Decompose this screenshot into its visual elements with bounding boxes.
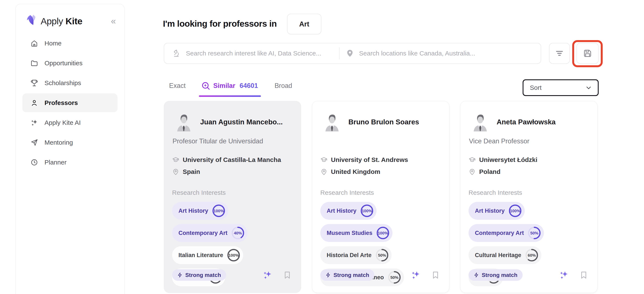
sort-dropdown[interactable]: Sort [522, 79, 599, 96]
graduation-cap-icon [468, 156, 476, 164]
bookmark-button[interactable] [580, 271, 588, 279]
interest-chip: Museum Studies100% [320, 224, 392, 242]
sidebar-item-apply-kite-ai[interactable]: Apply Kite AI [22, 113, 118, 132]
card-footer: Strong match [320, 269, 440, 281]
match-percent-ring: 100% [360, 204, 374, 218]
strong-match-label: Strong match [334, 272, 369, 278]
lightning-bolt-icon [326, 272, 331, 278]
interest-chip: Contemporary Art40% [172, 224, 248, 242]
svg-text:60%: 60% [528, 253, 536, 257]
country-name: United Kingdom [331, 168, 380, 175]
match-percent-ring: 100% [376, 226, 390, 240]
svg-text:50%: 50% [530, 231, 538, 235]
match-percent-ring: 100% [508, 204, 522, 218]
sparkles-icon [30, 119, 38, 126]
save-search-button[interactable] [576, 43, 599, 64]
card-footer: Strong match [468, 269, 588, 281]
professor-avatar [175, 112, 192, 132]
match-percent-ring: 60% [525, 248, 539, 262]
microscope-icon [172, 49, 180, 57]
professor-card-header: Bruno Brulon Soares [323, 112, 441, 132]
interest-chip-label: Contemporary Art [178, 230, 228, 236]
strong-match-label: Strong match [185, 272, 221, 278]
interest-chip: Art History100% [468, 202, 525, 220]
sidebar: Apply Kite « HomeOpportunitiesScholarshi… [15, 4, 124, 294]
applykite-logo-icon [25, 14, 38, 28]
professor-avatar [472, 112, 489, 132]
university-name: Uniwersytet Łódzki [479, 156, 537, 164]
app-root: { "colors": { "accent_purple": "#6c5ce7"… [0, 0, 644, 294]
tab-similar-label: Similar [214, 82, 235, 90]
sidebar-collapse-icon[interactable]: « [111, 17, 116, 26]
card-footer: Strong match [172, 269, 292, 281]
interest-chip-label: Historia Del Arte [327, 252, 372, 259]
interest-chip: Art History100% [172, 202, 228, 220]
tab-similar[interactable]: Similar 64601 [201, 81, 258, 90]
tab-exact[interactable]: Exact [169, 82, 186, 90]
professor-card-header: Aneta Pawłowska [472, 112, 589, 132]
professor-card[interactable]: Aneta PawłowskaVice Dean ProfessorUniwer… [460, 101, 598, 293]
university-row: University of St. Andrews [320, 156, 441, 164]
location-pin-icon [172, 168, 179, 175]
professor-card[interactable]: Juan Agustin Mancebo...Profesor Titular … [164, 101, 301, 293]
interest-chip-label: Art History [475, 208, 505, 214]
result-tabs: Exact Similar 64601 Broad [169, 80, 292, 91]
strong-match-badge: Strong match [172, 269, 226, 281]
professor-job-title: Profesor Titular de Universidad [172, 137, 293, 146]
match-percent-ring: 100% [226, 248, 241, 262]
search-bar [164, 43, 541, 64]
search-location-input[interactable] [354, 50, 541, 57]
tab-similar-count: 64601 [240, 82, 258, 90]
page-title: I'm looking for professors in [163, 19, 277, 29]
interest-chip-label: Italian Literature [178, 252, 223, 259]
search-interest-input[interactable] [180, 50, 339, 57]
professor-card-header: Juan Agustin Mancebo... [175, 112, 293, 132]
ai-sparkles-button[interactable] [262, 270, 272, 280]
research-interests-label: Research Interests [172, 189, 293, 196]
ai-sparkles-button[interactable] [411, 270, 420, 280]
lightning-bolt-icon [177, 272, 183, 278]
filter-button[interactable] [549, 43, 570, 64]
strong-match-label: Strong match [482, 272, 518, 278]
research-interests-label: Research Interests [468, 189, 589, 196]
professor-job-title: Vice Dean Professor [469, 137, 589, 146]
send-icon [30, 139, 38, 146]
professor-card[interactable]: Bruno Brulon SoaresUniversity of St. And… [312, 101, 449, 293]
graduation-cap-icon [172, 156, 179, 164]
professor-name: Juan Agustin Mancebo... [200, 118, 282, 126]
university-name: University of Castilla-La Mancha [183, 156, 281, 164]
interest-chip-label: Art History [178, 208, 208, 214]
tab-broad[interactable]: Broad [274, 82, 292, 90]
sidebar-item-home[interactable]: Home [22, 34, 118, 53]
field-art-button[interactable]: Art [287, 14, 321, 34]
sidebar-item-label: Professors [44, 99, 78, 106]
ai-sparkles-button[interactable] [559, 270, 569, 280]
sidebar-item-opportunities[interactable]: Opportunities [22, 54, 118, 73]
university-name: University of St. Andrews [331, 156, 408, 164]
bookmark-button[interactable] [431, 271, 440, 279]
sidebar-item-label: Scholarships [44, 79, 81, 87]
strong-match-badge: Strong match [468, 269, 522, 281]
interest-chip: Cultural Heritage60% [468, 246, 541, 264]
bookmark-button[interactable] [283, 271, 292, 279]
interest-chip-label: Contemporary Art [475, 230, 524, 236]
svg-text:100%: 100% [228, 253, 239, 257]
sidebar-item-professors[interactable]: Professors [22, 93, 118, 112]
professor-job-title [321, 137, 441, 146]
svg-text:100%: 100% [378, 231, 388, 235]
sidebar-item-mentoring[interactable]: Mentoring [22, 133, 118, 152]
sidebar-item-scholarships[interactable]: Scholarships [22, 74, 118, 92]
svg-text:50%: 50% [378, 253, 386, 257]
location-pin-icon [468, 168, 476, 175]
sidebar-item-planner[interactable]: Planner [22, 153, 118, 172]
interest-chip: Italian Literature100% [172, 246, 243, 264]
card-actions [559, 270, 588, 280]
sidebar-item-label: Home [44, 40, 62, 47]
match-percent-ring: 50% [375, 248, 389, 262]
search-divider [339, 47, 340, 59]
university-row: Uniwersytet Łódzki [468, 156, 589, 164]
interest-chip-label: Cultural Heritage [475, 252, 521, 259]
strong-match-badge: Strong match [320, 269, 374, 281]
interest-chip-label: Museum Studies [327, 230, 372, 236]
interest-chip-label: Art History [327, 208, 356, 214]
